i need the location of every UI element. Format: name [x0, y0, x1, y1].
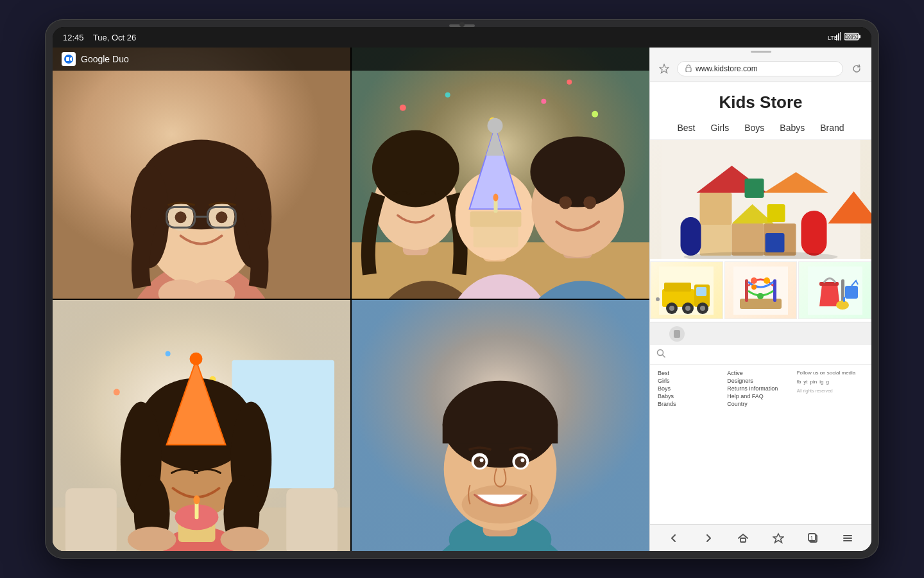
status-indicators: LTE 100% [828, 32, 861, 43]
svg-point-48 [488, 118, 503, 134]
svg-point-97 [480, 458, 484, 462]
refresh-button[interactable] [850, 62, 864, 76]
browser-tabs-button[interactable]: 1 [803, 529, 823, 548]
person-4 [352, 300, 649, 551]
video-cell-3 [53, 300, 350, 551]
footer-col-2: Active Designers Returns Information Hel… [727, 370, 794, 407]
footer-returns[interactable]: Returns Information [727, 385, 794, 392]
svg-rect-9 [66, 57, 69, 61]
footer-girls[interactable]: Girls [658, 378, 724, 384]
svg-rect-142 [674, 330, 680, 338]
screen-content: Google Duo [53, 48, 871, 551]
status-time-date: 12:45 Tue, Oct 26 [63, 33, 136, 42]
product-truck[interactable] [650, 261, 723, 319]
footer-col-1: Best Girls Boys Babys Brands [658, 370, 724, 407]
footer-help[interactable]: Help and FAQ [727, 393, 794, 399]
footer-active[interactable]: Active [727, 370, 794, 376]
svg-point-134 [751, 285, 757, 290]
nav-best[interactable]: Best [677, 123, 695, 133]
duo-header: Google Duo [53, 48, 649, 71]
footer-designers[interactable]: Designers [727, 378, 794, 384]
svg-point-42 [372, 130, 459, 207]
site-search-bar [650, 345, 871, 365]
svg-line-144 [663, 355, 665, 358]
svg-rect-3 [840, 32, 841, 40]
svg-rect-110 [801, 211, 827, 256]
svg-rect-100 [686, 67, 691, 72]
product-bucket[interactable] [798, 261, 871, 319]
hero-area [650, 140, 871, 259]
svg-point-25 [216, 211, 227, 223]
svg-point-32 [445, 92, 450, 98]
footer-social-fb[interactable]: fb [797, 379, 801, 385]
footer-col-3: Follow us on social media fb yt pin ig g… [797, 370, 864, 407]
svg-point-126 [700, 306, 705, 311]
svg-point-66 [166, 351, 171, 356]
svg-point-54 [583, 196, 596, 209]
svg-point-90 [443, 381, 558, 468]
person-2 [352, 48, 649, 299]
svg-rect-1 [836, 35, 837, 40]
nav-boys[interactable]: Boys [744, 123, 764, 133]
panel-divider [656, 297, 660, 301]
svg-point-95 [474, 456, 486, 468]
browser-bookmark-button[interactable] [769, 529, 788, 548]
nav-girls[interactable]: Girls [710, 123, 729, 133]
footer-best[interactable]: Best [658, 370, 724, 376]
nav-babys[interactable]: Babys [780, 123, 805, 133]
footer-rights: All rights reserved [797, 389, 864, 393]
nav-brand[interactable]: Brand [820, 123, 844, 133]
svg-rect-2 [838, 33, 839, 40]
svg-point-131 [751, 277, 757, 284]
svg-point-52 [530, 137, 625, 207]
svg-rect-120 [696, 287, 706, 296]
star-icon[interactable] [658, 62, 671, 75]
svg-rect-145 [740, 538, 746, 542]
svg-point-31 [400, 105, 406, 111]
browser-back-button[interactable] [664, 529, 683, 548]
footer-social-ig[interactable]: ig [819, 379, 823, 385]
url-text: www.kidstore.com [696, 64, 758, 73]
footer-social-label: Follow us on social media [797, 370, 864, 376]
svg-point-124 [685, 306, 690, 311]
svg-rect-56 [470, 211, 522, 227]
footer-boys[interactable]: Boys [658, 385, 724, 392]
footer-country[interactable]: Country [727, 401, 794, 407]
duo-app: Google Duo [53, 48, 649, 551]
svg-rect-102 [700, 223, 732, 256]
svg-point-34 [541, 99, 546, 104]
footer-social-g[interactable]: g [826, 379, 828, 385]
svg-rect-5 [859, 35, 860, 38]
site-title: Kids Store [650, 82, 871, 119]
footer-brands[interactable]: Brands [658, 401, 724, 407]
svg-point-83 [194, 495, 200, 504]
svg-point-38 [567, 80, 572, 85]
svg-point-24 [175, 211, 187, 223]
video-cell-2 [352, 48, 649, 299]
svg-point-132 [764, 277, 770, 284]
footer-babys[interactable]: Babys [658, 393, 724, 399]
footer-social-pin[interactable]: pin [810, 379, 817, 385]
svg-point-35 [592, 111, 598, 118]
footer-social-yt[interactable]: yt [803, 379, 807, 385]
svg-marker-146 [773, 534, 783, 543]
website-content: Kids Store Best Girls Boys Babys Brand [650, 82, 871, 524]
browser-bar: www.kidstore.com [650, 56, 871, 82]
url-bar[interactable]: www.kidstore.com [677, 61, 843, 76]
browser-menu-button[interactable] [838, 529, 857, 548]
svg-rect-140 [843, 297, 845, 302]
status-date: Tue, Oct 26 [93, 33, 136, 42]
browser-panel: www.kidstore.com Kids Store [649, 48, 871, 551]
browser-nav-bar: 1 [650, 524, 871, 551]
product-row [650, 261, 871, 319]
svg-rect-91 [443, 425, 558, 444]
browser-left-icons [658, 62, 671, 75]
svg-rect-111 [681, 217, 701, 256]
svg-point-133 [757, 293, 764, 299]
browser-forward-button[interactable] [699, 529, 718, 548]
svg-point-53 [559, 196, 572, 209]
browser-home-button[interactable] [733, 529, 753, 548]
svg-rect-113 [745, 179, 764, 198]
product-maze[interactable] [724, 261, 798, 319]
lock-icon [685, 64, 692, 73]
